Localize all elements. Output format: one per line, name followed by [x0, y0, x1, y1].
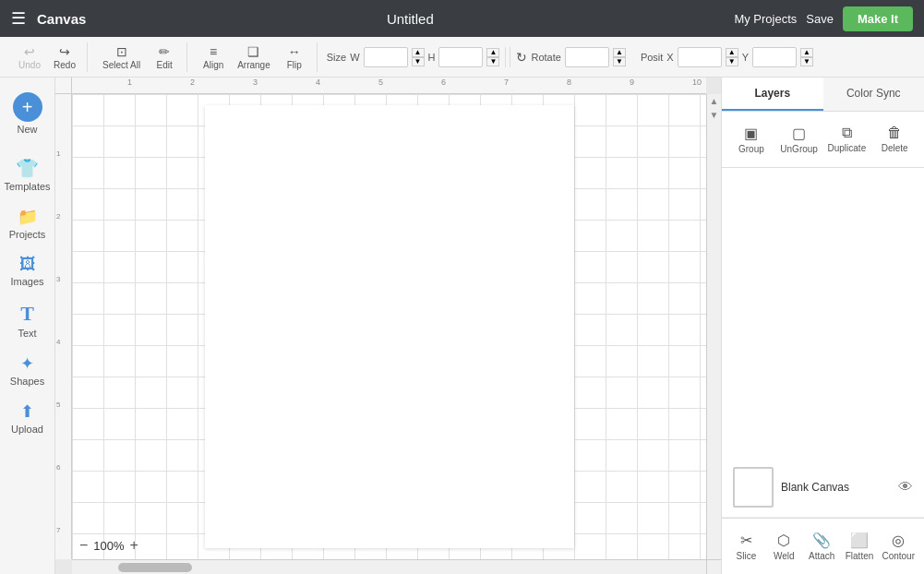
- arrange-icon: ❑: [247, 44, 259, 59]
- ruler-v-mark-7: 7: [56, 526, 60, 534]
- ruler-v-mark-6: 6: [56, 463, 60, 472]
- position-label: Posit: [641, 52, 663, 63]
- flatten-icon: ⬜: [850, 532, 869, 549]
- tab-layers[interactable]: Layers: [722, 78, 823, 111]
- ruler-h-mark-8: 8: [567, 78, 571, 87]
- group-button[interactable]: ▣ Group: [729, 119, 774, 160]
- save-button[interactable]: Save: [806, 12, 834, 26]
- select-all-button[interactable]: ⊡ Select All: [97, 42, 146, 72]
- height-down[interactable]: ▼: [486, 57, 499, 66]
- align-button[interactable]: ≡ Align: [197, 42, 230, 72]
- attach-button[interactable]: 📎 Attach: [805, 526, 839, 567]
- make-it-button[interactable]: Make It: [843, 6, 913, 31]
- x-input[interactable]: [678, 47, 722, 67]
- canvas-scroll[interactable]: [72, 94, 706, 559]
- undo-icon: ↩: [24, 44, 35, 59]
- zoom-out-button[interactable]: −: [79, 537, 88, 554]
- width-up[interactable]: ▲: [412, 48, 425, 57]
- blank-canvas-row: Blank Canvas 👁: [722, 458, 924, 518]
- align-arrange-group: ≡ Align ❑ Arrange ↔ Flip: [191, 42, 318, 72]
- right-panel: Layers Color Sync ▣ Group ▢ UnGroup ⧉ Du…: [721, 78, 924, 574]
- horizontal-scrollbar[interactable]: [72, 559, 706, 574]
- sidebar-images-label: Images: [10, 276, 43, 287]
- text-icon: T: [20, 302, 34, 326]
- canvas-container: 1 2 3 4 5 6 7 8 9 10 1 2 3 4 5 6 7: [55, 78, 721, 574]
- flatten-button[interactable]: ⬜ Flatten: [843, 526, 877, 567]
- rotate-down[interactable]: ▼: [613, 57, 626, 66]
- align-icon: ≡: [210, 44, 217, 59]
- height-up[interactable]: ▲: [486, 48, 499, 57]
- edit-button[interactable]: ✏ Edit: [148, 42, 181, 72]
- right-content: [722, 168, 924, 458]
- vscroll-up-arrow[interactable]: ▲: [707, 94, 721, 108]
- ruler-h-mark-5: 5: [378, 78, 383, 87]
- y-input[interactable]: [752, 47, 797, 67]
- ruler-corner: [55, 78, 72, 94]
- y-label: Y: [742, 52, 749, 63]
- y-down[interactable]: ▼: [800, 57, 813, 66]
- sidebar-item-upload[interactable]: ⬆ Upload: [0, 394, 54, 442]
- duplicate-button[interactable]: ⧉ Duplicate: [825, 119, 870, 160]
- weld-button[interactable]: ⬡ Weld: [767, 526, 801, 567]
- ruler-vertical: 1 2 3 4 5 6 7: [55, 94, 72, 559]
- sidebar-item-new[interactable]: + New: [0, 85, 54, 142]
- rotate-up[interactable]: ▲: [613, 48, 626, 57]
- ruler-v-mark-4: 4: [56, 338, 60, 346]
- width-input[interactable]: [364, 47, 408, 67]
- vscroll-down-arrow[interactable]: ▼: [707, 108, 721, 122]
- vertical-scrollbar[interactable]: ▲ ▼: [706, 94, 721, 559]
- slice-button[interactable]: ✂ Slice: [729, 526, 763, 567]
- width-down[interactable]: ▼: [412, 57, 425, 66]
- y-up[interactable]: ▲: [800, 48, 813, 57]
- right-actions: ▣ Group ▢ UnGroup ⧉ Duplicate 🗑 Delete: [722, 112, 924, 168]
- arrange-button[interactable]: ❑ Arrange: [232, 42, 276, 72]
- sidebar-item-projects[interactable]: 📁 Projects: [0, 199, 54, 247]
- ruler-v-mark-3: 3: [56, 275, 60, 283]
- edit-icon: ✏: [159, 44, 170, 59]
- delete-button[interactable]: 🗑 Delete: [872, 119, 917, 160]
- ruler-h-mark-1: 1: [127, 78, 132, 87]
- ruler-horizontal: 1 2 3 4 5 6 7 8 9 10: [72, 78, 706, 94]
- height-input[interactable]: [438, 47, 483, 67]
- hscroll-thumb[interactable]: [118, 563, 192, 572]
- rotate-input[interactable]: [565, 47, 609, 67]
- right-tabs: Layers Color Sync: [722, 78, 924, 112]
- x-down[interactable]: ▼: [726, 57, 738, 66]
- attach-icon: 📎: [812, 532, 831, 549]
- ruler-h-mark-7: 7: [504, 78, 509, 87]
- sidebar-upload-label: Upload: [11, 424, 43, 435]
- size-group: Size W ▲ ▼ H ▲ ▼: [321, 47, 507, 67]
- contour-button[interactable]: ◎ Contour: [880, 526, 917, 567]
- rotate-group: ↻ Rotate ▲ ▼: [510, 47, 630, 67]
- undo-button[interactable]: ↩ Undo: [13, 42, 46, 72]
- sidebar-item-shapes[interactable]: ✦ Shapes: [0, 346, 54, 394]
- sidebar-item-templates[interactable]: 👕 Templates: [0, 149, 54, 199]
- delete-icon: 🗑: [887, 125, 902, 141]
- zoom-bar: − 100% +: [72, 533, 146, 557]
- flip-button[interactable]: ↔ Flip: [278, 42, 311, 72]
- my-projects-link[interactable]: My Projects: [734, 12, 797, 26]
- slice-icon: ✂: [740, 532, 752, 549]
- eye-button[interactable]: 👁: [898, 479, 913, 496]
- ruler-h-mark-6: 6: [441, 78, 446, 87]
- hamburger-menu[interactable]: ☰: [11, 8, 26, 29]
- h-label: H: [428, 52, 436, 63]
- x-up[interactable]: ▲: [726, 48, 738, 57]
- height-spinners: ▲ ▼: [486, 48, 499, 66]
- ungroup-icon: ▢: [792, 125, 806, 142]
- zoom-in-button[interactable]: +: [130, 537, 138, 554]
- redo-button[interactable]: ↪ Redo: [48, 42, 81, 72]
- white-canvas: [205, 105, 574, 548]
- sidebar-item-images[interactable]: 🖼 Images: [0, 247, 54, 294]
- sidebar-shapes-label: Shapes: [10, 376, 44, 387]
- ungroup-button[interactable]: ▢ UnGroup: [777, 119, 822, 160]
- new-circle-icon: +: [13, 92, 42, 122]
- sidebar-text-label: Text: [18, 328, 36, 339]
- sidebar-item-text[interactable]: T Text: [0, 294, 54, 346]
- duplicate-icon: ⧉: [842, 125, 852, 141]
- ruler-v-mark-5: 5: [56, 401, 60, 409]
- x-label: X: [666, 52, 673, 63]
- rotate-spinners: ▲ ▼: [613, 48, 626, 66]
- page-title: Untitled: [86, 11, 734, 27]
- tab-color-sync[interactable]: Color Sync: [823, 78, 925, 111]
